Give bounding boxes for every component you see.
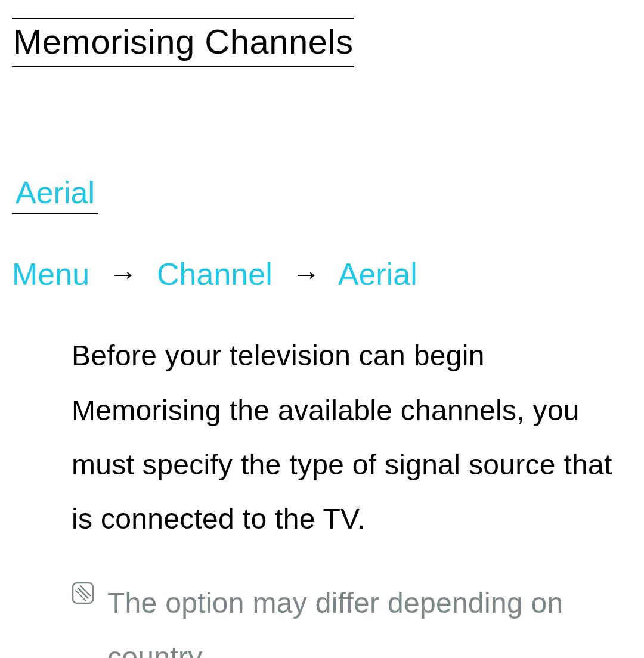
breadcrumb: Menu → Channel → Aerial <box>12 256 632 293</box>
arrow-right-icon: → <box>98 257 148 291</box>
breadcrumb-item-aerial: Aerial <box>338 257 417 291</box>
body-paragraph: Before your television can begin Memoris… <box>72 328 614 546</box>
note-text: The option may differ depending on count… <box>107 576 614 658</box>
section-heading-aerial: Aerial <box>12 175 98 214</box>
breadcrumb-item-channel: Channel <box>157 257 273 291</box>
manual-page: Memorising Channels Aerial Menu → Channe… <box>0 0 644 658</box>
arrow-right-icon: → <box>281 257 331 291</box>
svg-line-1 <box>78 588 88 598</box>
note-row: The option may differ depending on count… <box>72 576 614 658</box>
note-icon <box>72 582 94 607</box>
breadcrumb-item-menu: Menu <box>12 257 89 291</box>
page-title: Memorising Channels <box>12 18 354 67</box>
